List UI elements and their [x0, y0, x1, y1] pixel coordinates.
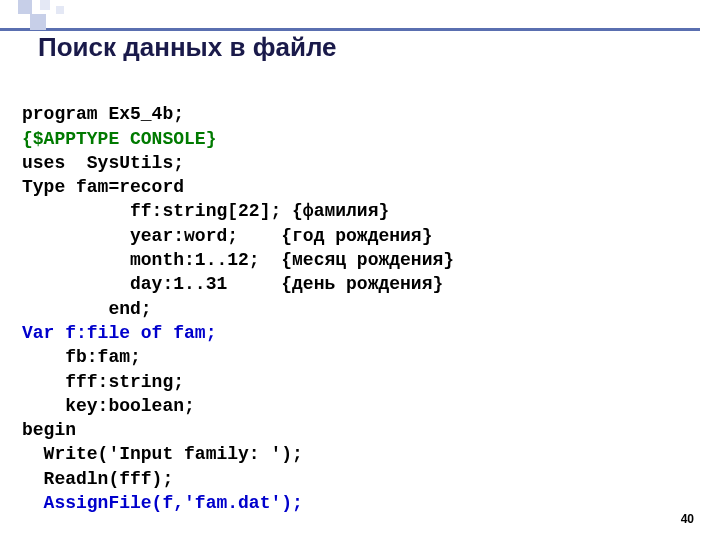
code-line: AssignFile(f,'fam.dat'); — [22, 493, 303, 513]
code-line: Write('Input family: '); — [22, 444, 303, 464]
code-block: program Ex5_4b; {$APPTYPE CONSOLE} uses … — [22, 78, 454, 515]
code-line: day:1..31 {день рождения} — [22, 274, 443, 294]
code-line: ff:string[22]; {фамилия} — [22, 201, 389, 221]
code-line: fff:string; — [22, 372, 184, 392]
page-title: Поиск данных в файле — [38, 32, 337, 63]
code-line: begin — [22, 420, 76, 440]
code-line: {$APPTYPE CONSOLE} — [22, 129, 216, 149]
code-line: uses SysUtils; — [22, 153, 184, 173]
code-line: Var f:file of fam; — [22, 323, 216, 343]
code-line: month:1..12; {месяц рождения} — [22, 250, 454, 270]
code-line: Readln(fff); — [22, 469, 173, 489]
code-line: fb:fam; — [22, 347, 141, 367]
code-line: year:word; {год рождения} — [22, 226, 432, 246]
code-line: program Ex5_4b; — [22, 104, 184, 124]
code-line: Type fam=record — [22, 177, 184, 197]
code-line: end; — [22, 299, 152, 319]
code-line: key:boolean; — [22, 396, 195, 416]
page-number: 40 — [681, 512, 694, 526]
